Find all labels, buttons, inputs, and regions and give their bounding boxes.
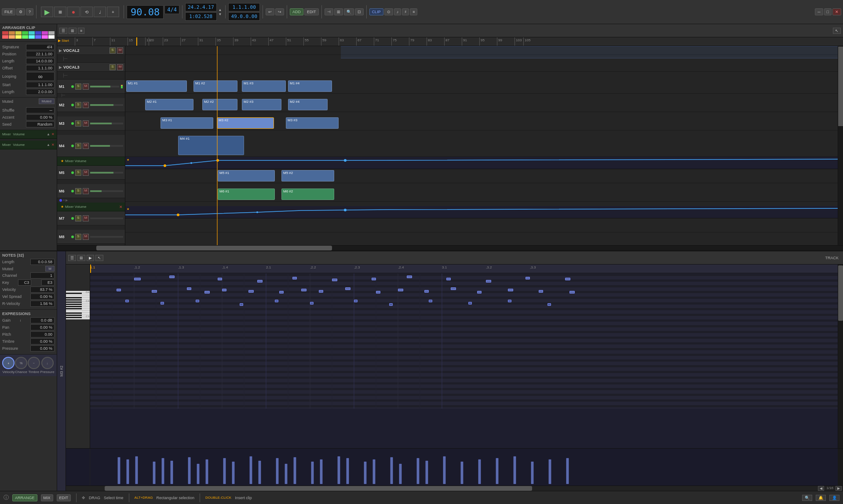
m5-m-btn[interactable]: M xyxy=(83,170,89,176)
m1-clip-2[interactable]: M1 #2 xyxy=(193,80,237,92)
help-button[interactable]: ? xyxy=(26,8,33,15)
color-light-red[interactable] xyxy=(2,35,8,39)
color-cyan[interactable] xyxy=(29,31,35,35)
tracks-hscroll[interactable] xyxy=(57,245,843,250)
m6-clip-1[interactable]: M6 #1 xyxy=(218,189,275,200)
note-7[interactable] xyxy=(372,278,376,280)
search-btn[interactable]: 🔍 xyxy=(802,495,812,501)
pr-key-from[interactable]: C3 xyxy=(18,279,31,286)
redo-button[interactable]: ↪ xyxy=(275,8,284,15)
note-34[interactable] xyxy=(240,303,243,306)
m5-vol[interactable] xyxy=(90,172,123,174)
pr-hscroll[interactable]: ◀ 1/16 ▶ xyxy=(66,486,843,491)
m7-vol[interactable] xyxy=(90,218,123,219)
color-purple[interactable] xyxy=(42,31,48,35)
color-light-cyan[interactable] xyxy=(29,35,35,39)
mix-button[interactable]: ≡ xyxy=(410,8,417,15)
m3-s-btn[interactable]: S xyxy=(75,120,81,127)
pr-muted-btn[interactable]: M xyxy=(45,266,55,272)
pr-zoom-out-btn[interactable]: ◀ xyxy=(818,486,824,491)
note-41[interactable] xyxy=(508,300,511,302)
m6-vol[interactable] xyxy=(90,190,123,192)
shuffle-value[interactable]: ─ xyxy=(26,107,55,113)
stop-button[interactable]: ■ xyxy=(54,7,66,17)
track-grid-button[interactable]: ⊞ xyxy=(69,28,77,34)
piano-as3[interactable] xyxy=(66,304,82,305)
view-button[interactable]: ⊡ xyxy=(355,8,364,15)
m6-sub-controls[interactable]: ≡ ▶ xyxy=(63,199,68,202)
note-37[interactable] xyxy=(354,300,358,302)
start-value[interactable]: 1.1.1.00 xyxy=(26,82,55,88)
file-button[interactable]: FILE xyxy=(2,8,15,15)
m6-s-btn[interactable]: S xyxy=(75,188,81,194)
vscroll-thumb[interactable] xyxy=(838,47,843,126)
record-ready-button[interactable]: ● xyxy=(67,7,80,17)
pr-vel-spread-value[interactable]: 0.00 % xyxy=(30,294,55,300)
minimize-button[interactable]: ─ xyxy=(815,8,823,15)
color-light-purple[interactable] xyxy=(42,35,48,39)
marker-button[interactable]: ⊣ xyxy=(325,8,333,15)
pr-select-btn[interactable]: ↖ xyxy=(95,255,103,261)
note-25[interactable] xyxy=(424,290,429,293)
note-40[interactable] xyxy=(468,302,472,305)
length-value[interactable]: 14.0.0.00 xyxy=(26,58,55,64)
color-yellow[interactable] xyxy=(15,31,22,35)
notification-btn[interactable]: 🔔 xyxy=(816,495,826,501)
m3-clip-1[interactable]: M3 #1 xyxy=(161,117,213,129)
account-btn[interactable]: 👤 xyxy=(829,495,839,501)
m5-clip-1[interactable]: M5 #1 xyxy=(218,170,275,181)
note-21[interactable] xyxy=(319,290,323,293)
m3-vol[interactable] xyxy=(90,123,123,124)
color-green[interactable] xyxy=(22,31,28,35)
loop-button[interactable]: ⟲ xyxy=(80,7,93,17)
color-red[interactable] xyxy=(2,31,8,35)
offset-value[interactable]: 1.1.1.00 xyxy=(26,65,55,71)
color-white[interactable] xyxy=(48,35,55,39)
note-3[interactable] xyxy=(218,278,222,280)
note-6[interactable] xyxy=(332,279,337,281)
m1-clip-4[interactable]: M1 #4 xyxy=(288,80,332,92)
m2-clip-2[interactable]: M2 #2 xyxy=(202,99,237,110)
vocal2-arrow[interactable]: ▶ xyxy=(59,48,62,53)
looping-value[interactable]: ∞ xyxy=(26,72,55,81)
note-18[interactable] xyxy=(248,290,254,293)
mix-mode-btn[interactable]: MIX xyxy=(41,494,53,501)
piano-b2[interactable] xyxy=(66,317,82,318)
piano-fs3[interactable] xyxy=(66,308,82,309)
accent-value[interactable]: 0.00 % xyxy=(26,114,55,120)
note-16[interactable] xyxy=(204,291,210,294)
clip-extra-button[interactable]: ⊙ xyxy=(384,8,393,15)
track-list-button[interactable]: ☰ xyxy=(59,28,67,34)
note-26[interactable] xyxy=(451,287,456,290)
arrange-btn[interactable]: ARRANGE xyxy=(12,494,37,501)
snap-button[interactable]: ⊞ xyxy=(334,8,343,15)
tracks-vscroll[interactable] xyxy=(838,46,843,245)
pr-zoom-in-btn[interactable]: ▶ xyxy=(836,486,842,491)
add-button[interactable]: ADD xyxy=(290,8,303,15)
note-30[interactable] xyxy=(569,291,575,294)
zoom-button[interactable]: 🔍 xyxy=(344,8,354,15)
metronome-button[interactable]: ♩ xyxy=(94,7,106,17)
play-button[interactable]: ▶ xyxy=(41,7,53,17)
note-22[interactable] xyxy=(345,287,350,290)
pr-key-to[interactable]: E3 xyxy=(41,279,55,286)
note-29[interactable] xyxy=(539,290,543,293)
m1-m-btn[interactable]: M xyxy=(83,83,89,90)
m3-clip-3[interactable]: M3 #3 xyxy=(286,117,339,129)
m1-s-btn[interactable]: S xyxy=(75,83,81,90)
pressure-expr[interactable]: ↓ Pressure xyxy=(40,357,55,374)
note-27[interactable] xyxy=(477,291,482,294)
track-select-button[interactable]: ↖ xyxy=(833,28,841,34)
color-orange[interactable] xyxy=(9,31,15,35)
note-31[interactable] xyxy=(125,300,129,302)
note-12[interactable] xyxy=(565,278,570,280)
timbre-expr[interactable]: ~ Timbre xyxy=(28,357,40,374)
color-gray[interactable] xyxy=(48,31,55,35)
vocal2-m-btn[interactable]: M xyxy=(117,47,123,54)
piano-b3[interactable] xyxy=(66,301,82,303)
more-transport-button[interactable]: + xyxy=(107,7,119,17)
note-5[interactable] xyxy=(292,277,297,279)
m4-vol[interactable] xyxy=(90,145,123,147)
vocal3-arrow[interactable]: ▶ xyxy=(59,65,62,69)
pr-play-btn[interactable]: ▶ xyxy=(87,255,94,261)
